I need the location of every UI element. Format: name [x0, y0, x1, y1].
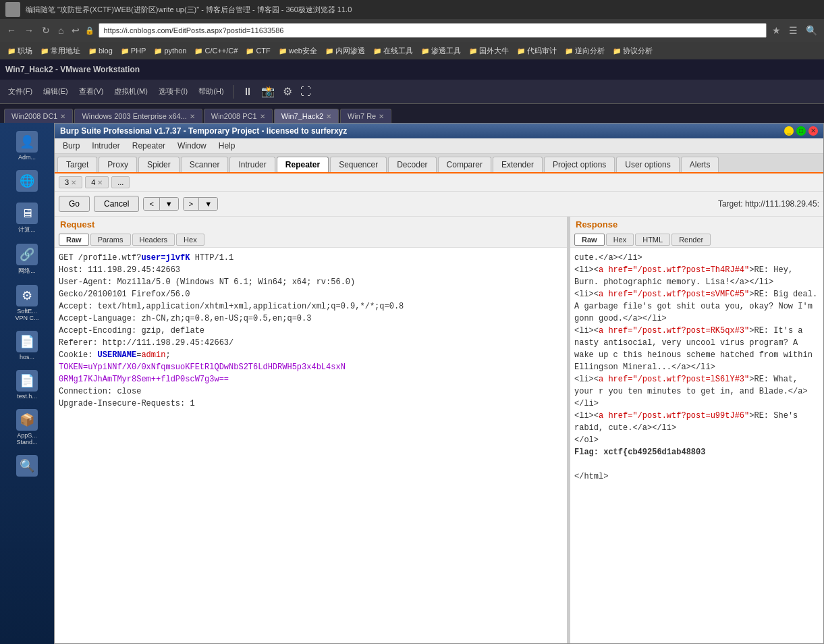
sidebar-icon-network[interactable]: 🔗 网络... — [13, 241, 40, 278]
sidebar-icon-computer[interactable]: 🖥 计算... — [13, 200, 40, 237]
vmware-menu-vm[interactable]: 虚拟机(M) — [110, 85, 152, 98]
bookmark-reverse[interactable]: 📁 逆向分析 — [561, 45, 608, 57]
home-button[interactable]: ⌂ — [55, 24, 66, 36]
address-bar[interactable] — [99, 23, 767, 38]
sidebar-icon-browser[interactable]: 🌐 — [13, 167, 40, 196]
prev-arrow[interactable]: < — [144, 198, 159, 210]
folder-icon: 📁 — [7, 47, 16, 55]
search-button[interactable]: 🔍 — [803, 24, 820, 36]
close-icon[interactable]: ✕ — [326, 113, 331, 120]
tab-user-options[interactable]: User options — [616, 157, 679, 172]
tab-extender[interactable]: Extender — [493, 157, 543, 172]
sidebar-icon-search[interactable]: 🔍 — [13, 452, 40, 481]
tab-spider[interactable]: Spider — [138, 157, 180, 172]
tab-project-options[interactable]: Project options — [544, 157, 615, 172]
tab-target[interactable]: Target — [57, 157, 97, 172]
next-dropdown[interactable]: ▼ — [199, 198, 217, 210]
tab-proxy[interactable]: Proxy — [99, 157, 137, 172]
tab-decoder[interactable]: Decoder — [388, 157, 436, 172]
resp-tab-html[interactable]: HTML — [635, 234, 670, 246]
req-tab-params[interactable]: Params — [90, 234, 131, 246]
tab-repeater[interactable]: Repeater — [277, 157, 329, 172]
bookmark-intranet[interactable]: 📁 内网渗透 — [322, 45, 368, 57]
sidebar-icon-apps[interactable]: 📦 AppS...Stand... — [13, 406, 40, 448]
req-tab-hex[interactable]: Hex — [176, 234, 204, 246]
bookmark-button[interactable]: ☰ — [786, 24, 800, 36]
avatar — [5, 2, 20, 17]
resp-tab-hex[interactable]: Hex — [606, 234, 634, 246]
back-history-button[interactable]: ↩ — [69, 24, 82, 36]
fullscreen-button[interactable]: ⛶ — [298, 84, 314, 99]
vmware-menu-view[interactable]: 查看(V) — [75, 85, 108, 98]
bookmark-pentest[interactable]: 📁 渗透工具 — [418, 45, 464, 57]
resp-line-6: <li><a href="/post.wtf?post=u99tJ#6">RE:… — [574, 410, 819, 434]
prev-dropdown[interactable]: ▼ — [160, 198, 178, 210]
vmware-menu-file[interactable]: 文件(F) — [4, 85, 36, 98]
rep-tab-dots[interactable]: ... — [111, 176, 130, 188]
minimize-button[interactable]: _ — [784, 126, 794, 136]
burp-menu-burp[interactable]: Burp — [57, 140, 85, 152]
bookmark-changyong[interactable]: 📁 常用地址 — [37, 45, 84, 57]
request-content[interactable]: GET /profile.wtf?user=jlvfK HTTP/1.1 Hos… — [55, 248, 567, 643]
pause-button[interactable]: ⏸ — [240, 84, 256, 99]
cancel-button[interactable]: Cancel — [94, 196, 139, 212]
burp-menu-window[interactable]: Window — [172, 140, 212, 152]
bookmark-php[interactable]: 📁 PHP — [117, 45, 150, 56]
burp-menu-help[interactable]: Help — [213, 140, 241, 152]
tab-comparer[interactable]: Comparer — [438, 157, 491, 172]
refresh-button[interactable]: ↻ — [39, 24, 53, 36]
burp-menu-repeater[interactable]: Repeater — [127, 140, 171, 152]
vm-tab-hack2[interactable]: Win7_Hack2 ✕ — [274, 109, 339, 123]
req-tab-raw[interactable]: Raw — [59, 234, 89, 246]
browser-icon: 🌐 — [16, 170, 38, 192]
back-button[interactable]: ← — [4, 24, 19, 36]
bookmark-protocol[interactable]: 📁 协议分析 — [609, 45, 656, 57]
resp-tab-render[interactable]: Render — [671, 234, 711, 246]
vmware-menu-tab[interactable]: 选项卡(I) — [155, 85, 192, 98]
bookmark-websec[interactable]: 📁 web安全 — [275, 45, 321, 57]
tab-scanner[interactable]: Scanner — [181, 157, 229, 172]
resp-tab-raw[interactable]: Raw — [574, 234, 605, 246]
bookmark-blog[interactable]: 📁 blog — [85, 45, 116, 56]
bookmark-foreign[interactable]: 📁 国外大牛 — [466, 45, 512, 57]
vm-tab-re[interactable]: Win7 Re ✕ — [340, 109, 391, 123]
sidebar-icon-test[interactable]: 📄 test.h... — [13, 367, 40, 402]
go-button[interactable]: Go — [59, 196, 90, 212]
bookmark-cpp[interactable]: 📁 C/C++/C# — [191, 45, 241, 56]
next-arrow[interactable]: > — [184, 198, 198, 210]
sidebar-icon-admin[interactable]: 👤 Adm... — [13, 128, 40, 163]
bookmark-zhichang[interactable]: 📁 职场 — [4, 45, 36, 57]
response-content[interactable]: cute.</a></li> <li><a href="/post.wtf?po… — [570, 248, 823, 643]
close-icon[interactable]: ✕ — [97, 179, 103, 186]
rep-tab-4[interactable]: 4 ✕ — [85, 176, 109, 188]
tab-intruder[interactable]: Intruder — [229, 157, 275, 172]
close-icon[interactable]: ✕ — [260, 113, 265, 120]
vmware-menu-edit[interactable]: 编辑(E) — [39, 85, 72, 98]
rep-tab-3[interactable]: 3 ✕ — [59, 176, 82, 188]
close-button[interactable]: ✕ — [808, 126, 818, 136]
sidebar-icon-hosts[interactable]: 📄 hos... — [13, 328, 40, 363]
tab-alerts[interactable]: Alerts — [681, 157, 719, 172]
close-icon[interactable]: ✕ — [190, 113, 195, 120]
snapshot-button[interactable]: 📸 — [258, 84, 277, 99]
vm-tab-pc1[interactable]: Win2008 PC1 ✕ — [204, 109, 273, 123]
tab-sequencer[interactable]: Sequencer — [330, 157, 387, 172]
star-button[interactable]: ★ — [769, 24, 784, 36]
sidebar-icon-vpn[interactable]: ⚙ SoftE...VPN C... — [12, 282, 41, 324]
folder-icon: 📁 — [246, 47, 254, 55]
bookmark-ctf[interactable]: 📁 CTF — [242, 45, 273, 56]
bookmark-python[interactable]: 📁 python — [150, 45, 190, 56]
vmware-menu-help[interactable]: 帮助(H) — [194, 85, 227, 98]
settings-button[interactable]: ⚙ — [280, 84, 295, 99]
burp-menu-intruder[interactable]: Intruder — [86, 140, 125, 152]
bookmark-tools[interactable]: 📁 在线工具 — [370, 45, 416, 57]
close-icon[interactable]: ✕ — [379, 113, 384, 120]
bookmark-codeaudit[interactable]: 📁 代码审计 — [514, 45, 560, 57]
close-icon[interactable]: ✕ — [60, 113, 65, 120]
vm-tab-2003[interactable]: Windows 2003 Enterprise x64... ✕ — [74, 109, 202, 123]
forward-button[interactable]: → — [22, 24, 36, 36]
vm-tab-dc1[interactable]: Win2008 DC1 ✕ — [4, 109, 73, 123]
req-tab-headers[interactable]: Headers — [132, 234, 175, 246]
maximize-button[interactable]: □ — [796, 126, 806, 136]
close-icon[interactable]: ✕ — [71, 179, 76, 186]
